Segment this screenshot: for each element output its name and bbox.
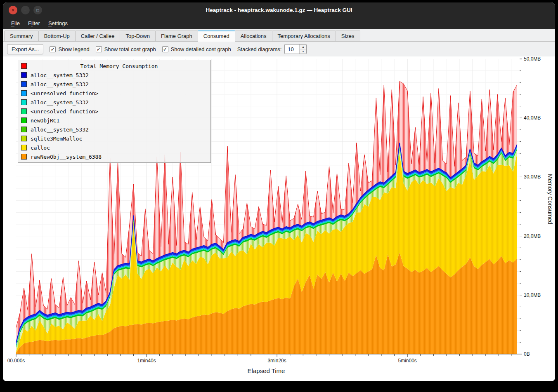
tab-consumed[interactable]: Consumed	[198, 31, 235, 42]
legend-item: sqlite3MemMalloc	[21, 134, 208, 143]
legend-label: alloc__system_5332	[31, 99, 89, 106]
checkbox-group: ✓Show legend✓Show total cost graph✓Show …	[50, 46, 231, 52]
legend-swatch	[21, 117, 27, 123]
stacked-diagrams-value: 10	[285, 45, 299, 54]
menu-file[interactable]: File	[7, 19, 24, 28]
checkbox-show-detailed-cost-graph[interactable]: ✓Show detailed cost graph	[162, 46, 231, 52]
maximize-button[interactable]: □	[33, 6, 42, 14]
y-tick-label: 50,0MB	[524, 57, 541, 62]
tab-sizes[interactable]: Sizes	[336, 31, 360, 41]
legend-label: alloc__system_5332	[31, 72, 89, 78]
close-button[interactable]: ×	[9, 6, 17, 14]
legend-item: alloc__system_5332	[21, 98, 208, 107]
legend-item: <unresolved function>	[21, 89, 208, 98]
legend-swatch	[21, 81, 27, 87]
spin-up-button[interactable]: ▲	[300, 45, 306, 49]
legend-item: alloc__system_5332	[21, 125, 208, 134]
consumed-chart-area: 00.000s1min40s3min20s5min00s0B10,0MB20,0…	[3, 56, 555, 381]
legend-swatch	[21, 63, 27, 69]
checkbox-label: Show total cost graph	[104, 46, 156, 52]
y-axis-title: Memory Consumed	[547, 174, 553, 224]
legend-swatch	[21, 145, 27, 150]
tab-bottom-up[interactable]: Bottom-Up	[38, 31, 76, 41]
tab-caller-callee[interactable]: Caller / Callee	[75, 31, 121, 41]
checkbox-icon: ✓	[96, 46, 102, 52]
legend-swatch	[21, 127, 27, 132]
minimize-button[interactable]: −	[21, 6, 30, 14]
legend-label: calloc	[31, 145, 50, 151]
tab-summary[interactable]: Summary	[4, 31, 39, 41]
titlebar: × − □ Heaptrack - heaptrack.wakunode.1.g…	[3, 2, 555, 18]
legend-item: newObjRC1	[21, 116, 208, 125]
legend-label: alloc__system_5332	[31, 81, 89, 87]
x-tick-label: 5min00s	[398, 358, 417, 364]
legend-label: <unresolved function>	[31, 108, 98, 115]
legend-item: calloc	[21, 143, 208, 152]
x-tick-label: 3min20s	[267, 358, 286, 364]
legend-swatch	[21, 72, 27, 78]
legend-title-row: Total Memory Consumption	[21, 61, 208, 70]
checkbox-icon: ✓	[50, 46, 56, 52]
chevron-down-icon: ▼	[302, 50, 305, 53]
app-window: × − □ Heaptrack - heaptrack.wakunode.1.g…	[3, 2, 555, 381]
menubar: FileFilterSettings	[3, 18, 555, 29]
legend-label: <unresolved function>	[31, 90, 98, 96]
menu-filter[interactable]: Filter	[24, 19, 44, 28]
spin-down-button[interactable]: ▼	[300, 49, 306, 54]
y-tick-label: 0B	[524, 351, 530, 357]
stacked-diagrams-spinbox[interactable]: 10 ▲ ▼	[284, 44, 307, 54]
legend-swatch	[21, 108, 27, 114]
legend-item: alloc__system_5332	[21, 70, 208, 80]
y-tick-label: 30,0MB	[524, 174, 541, 180]
window-title: Heaptrack - heaptrack.wakunode.1.gz — He…	[3, 7, 555, 13]
legend-label: alloc__system_5332	[31, 127, 89, 133]
x-tick-label: 1min40s	[137, 358, 156, 364]
checkbox-show-legend[interactable]: ✓Show legend	[50, 46, 89, 52]
checkbox-label: Show detailed cost graph	[171, 46, 231, 52]
legend-label: newObjRC1	[31, 117, 59, 124]
legend-label: rawNewObj__system_6388	[31, 154, 102, 160]
legend-item: rawNewObj__system_6388	[21, 152, 208, 161]
y-tick-label: 20,0MB	[524, 233, 541, 239]
x-tick-label: 00.000s	[7, 358, 25, 364]
legend-item: <unresolved function>	[21, 107, 208, 116]
legend-label: sqlite3MemMalloc	[31, 136, 82, 142]
legend-title: Total Memory Consumption	[31, 63, 208, 69]
tabbar: SummaryBottom-UpCaller / CalleeTop-DownF…	[3, 29, 555, 42]
close-icon: ×	[12, 8, 14, 13]
y-tick-label: 10,0MB	[524, 292, 541, 298]
minimize-icon: −	[24, 8, 27, 12]
legend-swatch	[21, 99, 27, 105]
maximize-icon: □	[36, 8, 39, 12]
menu-settings[interactable]: Settings	[44, 19, 72, 28]
legend-swatch	[21, 154, 27, 160]
stacked-diagrams-group: Stacked diagrams: 10 ▲ ▼	[237, 44, 307, 54]
checkbox-icon: ✓	[162, 46, 168, 52]
legend-item: alloc__system_5332	[21, 80, 208, 89]
legend-swatch	[21, 90, 27, 96]
checkbox-label: Show legend	[58, 46, 89, 52]
tab-flame-graph[interactable]: Flame Graph	[155, 31, 198, 41]
toolbar: Export As... ✓Show legend✓Show total cos…	[3, 42, 555, 56]
x-axis-title: Elapsed Time	[3, 367, 530, 374]
tab-top-down[interactable]: Top-Down	[120, 31, 156, 41]
chart-legend: Total Memory Consumptionalloc__system_53…	[18, 60, 211, 163]
chevron-up-icon: ▲	[302, 45, 305, 48]
y-tick-label: 40,0MB	[524, 115, 541, 121]
tab-temporary-allocations[interactable]: Temporary Allocations	[272, 31, 336, 41]
tab-allocations[interactable]: Allocations	[235, 31, 272, 41]
stacked-diagrams-label: Stacked diagrams:	[237, 46, 282, 52]
window-controls: × − □	[9, 6, 42, 14]
export-as-button[interactable]: Export As...	[7, 44, 43, 54]
legend-swatch	[21, 136, 27, 141]
checkbox-show-total-cost-graph[interactable]: ✓Show total cost graph	[96, 46, 156, 52]
